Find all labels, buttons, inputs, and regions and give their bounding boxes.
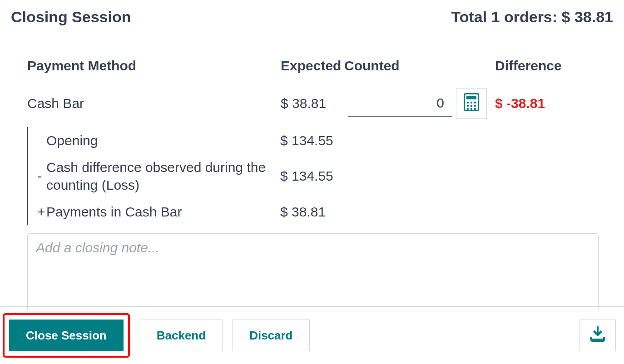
backend-button[interactable]: Backend [140,320,223,351]
download-button[interactable] [579,320,616,351]
difference-amount: $ -38.81 [495,96,545,111]
breakdown-amount: $ 134.55 [280,168,333,184]
closing-note-input[interactable] [27,233,599,311]
breakdown-row: - Cash difference observed during the co… [28,154,599,198]
counted-value: 0 [436,95,444,111]
svg-point-5 [467,104,469,107]
breakdown-label: Cash difference observed during the coun… [46,158,280,194]
col-counted: Counted [344,58,492,84]
breakdown-row: Opening $ 134.55 [28,127,599,154]
breakdown-amount: $ 38.81 [280,204,326,220]
col-difference: Difference [492,58,599,84]
breakdown-sign: + [37,204,46,220]
col-payment-method: Payment Method [27,58,281,84]
highlight-annotation: Close Session [3,313,130,358]
breakdown-amount: $ 134.55 [280,133,333,148]
svg-point-10 [474,108,476,110]
svg-point-2 [467,101,469,103]
payment-method-name: Cash Bar [27,84,281,123]
download-icon [589,326,606,345]
discard-button[interactable]: Discard [233,320,309,351]
svg-point-7 [474,104,476,107]
svg-point-3 [470,101,473,103]
svg-point-9 [470,108,473,110]
col-expected: Expected [281,58,344,84]
svg-point-4 [474,101,476,103]
breakdown-row: + Payments in Cash Bar $ 38.81 [28,198,599,225]
breakdown-sign: - [37,168,46,184]
svg-point-6 [470,104,473,107]
counted-input[interactable]: 0 [348,90,452,117]
svg-rect-1 [466,96,476,99]
svg-rect-13 [590,339,605,341]
total-orders-label: Total 1 orders: $ 38.81 [451,8,613,26]
calculator-button[interactable] [456,88,487,119]
breakdown-label: Opening [46,132,280,149]
svg-point-8 [467,108,469,110]
breakdown-label: Payments in Cash Bar [46,203,280,221]
close-session-button[interactable]: Close Session [9,320,124,351]
expected-amount: $ 38.81 [281,84,344,123]
calculator-icon [464,93,479,114]
page-title: Closing Session [11,8,131,26]
breakdown-section: Opening $ 134.55 - Cash difference obser… [27,127,599,225]
